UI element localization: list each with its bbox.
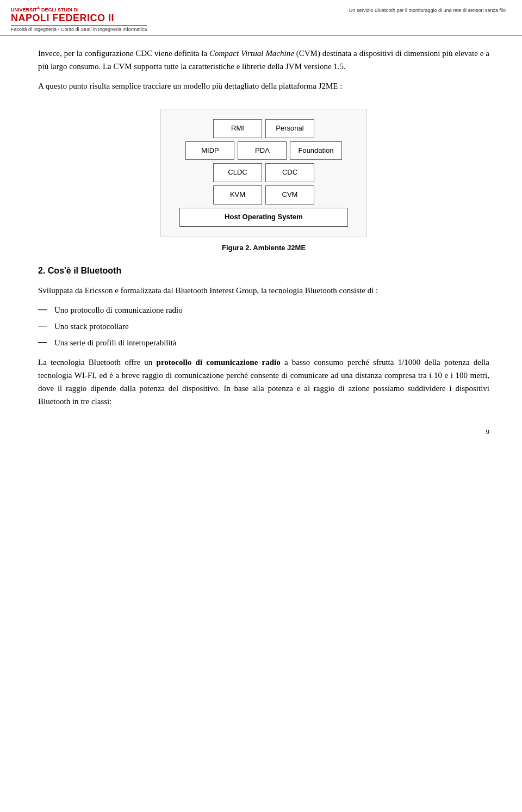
cvm-box: CVM xyxy=(265,185,314,204)
university-name: UNIVERSITA DEGLI STUDI DI xyxy=(11,5,147,13)
list-dash-1: — xyxy=(38,303,48,315)
list-item-2: — Uno stack protocollare xyxy=(38,320,489,333)
kvm-box: KVM xyxy=(213,185,262,204)
rmi-box: RMI xyxy=(213,119,262,138)
diagram-row-2: MIDP PDA Foundation xyxy=(173,141,355,160)
foundation-box: Foundation xyxy=(290,141,341,160)
diagram-row-4: KVM CVM xyxy=(173,185,355,204)
faculty-label: Facoltà di Ingegneria - Corso di Studi i… xyxy=(11,25,147,32)
thesis-title: Un servizio Bluetooth per il monitoraggi… xyxy=(349,5,506,13)
midp-box: MIDP xyxy=(185,141,234,160)
host-os-box: Host Operating System xyxy=(179,208,348,227)
personal-box: Personal xyxy=(265,119,314,138)
diagram-row-5: Host Operating System xyxy=(173,208,355,227)
university-full-name: NAPOLI FEDERICO II xyxy=(11,13,147,23)
j2me-diagram-container: RMI Personal MIDP PDA Foundation CLDC CD… xyxy=(38,109,489,254)
university-logo: UNIVERSITA DEGLI STUDI DI NAPOLI FEDERIC… xyxy=(11,5,147,32)
bluetooth-para: La tecnologia Bluetooth offre un protoco… xyxy=(38,356,489,408)
diagram-row-1: RMI Personal xyxy=(173,119,355,138)
section-number: 2. xyxy=(38,266,45,275)
main-content: Invece, per la configurazione CDC viene … xyxy=(0,36,522,425)
page-header: UNIVERSITA DEGLI STUDI DI NAPOLI FEDERIC… xyxy=(0,0,522,36)
cdc-box: CDC xyxy=(265,163,314,182)
list-text-1: Uno protocollo di comunicazione radio xyxy=(54,303,183,317)
paragraph-j2me: A questo punto risulta semplice tracciar… xyxy=(38,79,489,92)
section-name: Cos'è il Bluetooth xyxy=(48,266,121,275)
cvm-italic: Compact Virtual Machine xyxy=(209,49,294,58)
para3-bold: protocollo di comunicazione radio xyxy=(157,358,281,367)
list-item-3: — Una serie di profili di interoperabili… xyxy=(38,336,489,349)
list-item-1: — Uno protocollo di comunicazione radio xyxy=(38,303,489,317)
university-a: A xyxy=(37,5,40,10)
section-2-title: 2. Cos'è il Bluetooth xyxy=(38,264,489,278)
pda-box: PDA xyxy=(238,141,287,160)
list-dash-2: — xyxy=(38,320,48,332)
diagram-row-3: CLDC CDC xyxy=(173,163,355,182)
list-text-2: Uno stack protocollare xyxy=(54,320,129,333)
cldc-box: CLDC xyxy=(213,163,262,182)
paragraph-cvm: Invece, per la configurazione CDC viene … xyxy=(38,47,489,73)
list-text-3: Una serie di profili di interoperabilità xyxy=(54,336,177,349)
figure-caption: Figura 2. Ambiente J2ME xyxy=(222,243,306,254)
para3-prefix: La tecnologia Bluetooth offre un xyxy=(38,358,157,367)
list-dash-3: — xyxy=(38,336,48,348)
bluetooth-intro: Sviluppata da Ericsson e formalizzata da… xyxy=(38,284,489,297)
page-number: 9 xyxy=(0,425,522,442)
j2me-diagram: RMI Personal MIDP PDA Foundation CLDC CD… xyxy=(160,109,367,237)
